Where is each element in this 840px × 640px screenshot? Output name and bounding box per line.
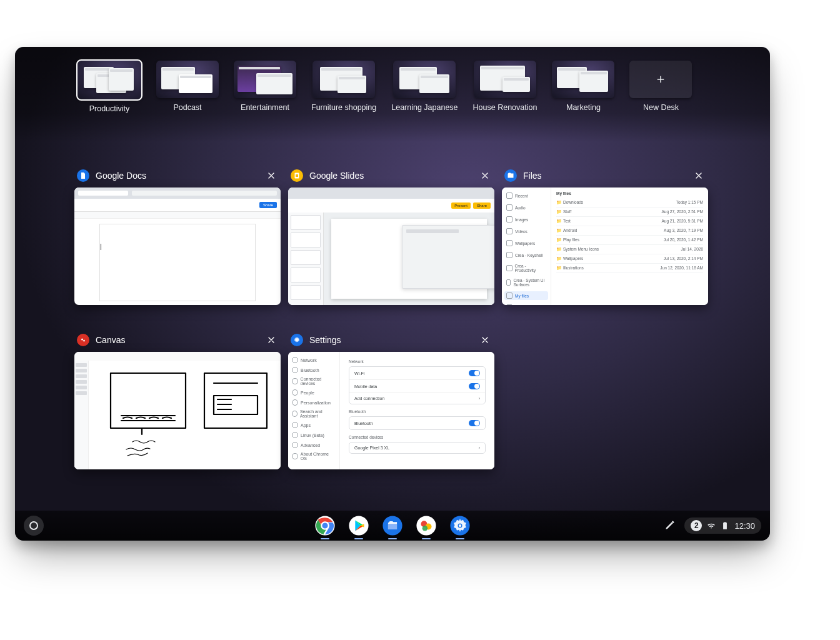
window-title: Canvas	[96, 335, 258, 345]
desk-renovation[interactable]: House Renovation	[473, 61, 538, 112]
overview-mode-screen: Productivity Podcast Entertainment	[15, 47, 770, 541]
launcher-icon	[29, 521, 38, 530]
desk-japanese[interactable]: Learning Japanese	[391, 61, 458, 112]
close-icon	[480, 171, 490, 181]
shelf: 2 12:30	[15, 511, 770, 541]
desk-thumbnail	[552, 61, 614, 98]
shelf-app-files[interactable]	[382, 515, 403, 536]
canvas-app-icon	[416, 515, 437, 536]
window-title: Google Slides	[309, 171, 472, 181]
desk-thumbnail	[474, 61, 536, 98]
desk-thumbnail	[393, 61, 456, 98]
desks-bar: Productivity Podcast Entertainment	[15, 47, 770, 142]
close-button[interactable]	[264, 333, 278, 347]
desk-podcast[interactable]: Podcast	[156, 61, 219, 112]
window-header: Google Slides	[288, 169, 494, 188]
svg-point-2	[81, 339, 83, 341]
settings-app-icon	[449, 515, 471, 536]
shelf-app-canvas[interactable]	[416, 515, 437, 536]
window-thumbnail-files[interactable]: Recent Audio Images Videos Wallpapers Cr…	[502, 188, 708, 305]
window-card-canvas: Canvas	[74, 333, 281, 469]
new-desk-label: New Desk	[643, 103, 679, 112]
stylus-button[interactable]	[664, 519, 676, 532]
window-card-settings: Settings Network Bluetooth Connected dev…	[288, 333, 494, 469]
window-title: Google Docs	[96, 171, 258, 181]
close-button[interactable]	[692, 169, 706, 182]
window-thumbnail-slides[interactable]: PresentShare	[288, 188, 494, 305]
desk-entertainment[interactable]: Entertainment	[234, 61, 296, 112]
play-store-icon	[348, 515, 369, 536]
desk-furniture[interactable]: Furniture shopping	[311, 61, 376, 112]
close-icon	[266, 171, 276, 181]
close-button[interactable]	[478, 169, 492, 182]
battery-icon	[721, 521, 729, 530]
window-card-slides: Google Slides PresentShare	[288, 169, 494, 305]
settings-icon	[291, 334, 303, 346]
desk-thumbnail	[312, 61, 375, 98]
desk-label: Furniture shopping	[311, 103, 376, 112]
window-title: Settings	[309, 335, 472, 345]
desk-label: Learning Japanese	[391, 103, 458, 112]
new-desk-thumbnail	[629, 61, 692, 98]
desk-label: Productivity	[89, 104, 130, 113]
stylus-icon	[664, 519, 676, 531]
shelf-apps	[314, 515, 471, 536]
window-thumbnail-canvas[interactable]	[74, 352, 281, 469]
close-icon	[480, 335, 490, 345]
window-thumbnail-settings[interactable]: Network Bluetooth Connected devices Peop…	[288, 352, 494, 469]
window-header: Google Docs	[74, 169, 281, 188]
files-sidebar: Recent Audio Images Videos Wallpapers Cr…	[502, 188, 551, 305]
desk-thumbnail	[234, 61, 296, 98]
clock: 12:30	[734, 521, 755, 531]
docs-icon	[77, 169, 89, 182]
close-icon	[694, 171, 704, 181]
window-header: Canvas	[74, 333, 281, 352]
window-header: Settings	[288, 333, 494, 352]
wifi-icon	[707, 521, 716, 530]
shelf-app-chrome[interactable]	[314, 515, 336, 536]
notification-count: 2	[691, 520, 702, 531]
window-card-files: Files Recent Audio Images Videos Wallpap…	[502, 169, 708, 305]
desk-thumbnail	[156, 61, 219, 98]
settings-sidebar: Network Bluetooth Connected devices Peop…	[288, 352, 340, 469]
svg-point-3	[83, 340, 85, 342]
files-app-icon	[382, 515, 403, 536]
plus-icon	[655, 74, 666, 85]
svg-point-13	[422, 526, 428, 531]
window-card-docs: Google Docs Share	[74, 169, 281, 305]
window-thumbnail-docs[interactable]: Share	[74, 188, 281, 305]
desk-thumbnail	[78, 61, 141, 99]
chrome-icon	[314, 515, 336, 536]
svg-rect-1	[296, 174, 298, 177]
window-header: Files	[502, 169, 708, 188]
shelf-app-play[interactable]	[348, 515, 369, 536]
desk-marketing[interactable]: Marketing	[552, 61, 614, 112]
canvas-icon	[77, 334, 89, 346]
window-title: Files	[523, 171, 686, 181]
status-area[interactable]: 2 12:30	[684, 518, 761, 534]
close-button[interactable]	[478, 333, 492, 347]
close-icon	[266, 335, 276, 345]
shelf-app-settings[interactable]	[449, 515, 471, 536]
slides-icon	[291, 169, 303, 182]
window-overview: Google Docs Share	[74, 169, 723, 469]
close-button[interactable]	[264, 169, 278, 182]
files-icon	[504, 169, 517, 182]
svg-point-17	[459, 524, 461, 527]
launcher-button[interactable]	[24, 516, 44, 536]
desk-label: Podcast	[173, 103, 201, 112]
desk-label: Marketing	[566, 103, 601, 112]
desk-productivity[interactable]: Productivity	[78, 61, 141, 113]
desk-label: Entertainment	[241, 103, 289, 112]
new-desk-button[interactable]: New Desk	[629, 61, 692, 112]
files-listing: My files DownloadsToday 1:15 PM StuffAug…	[551, 188, 708, 305]
desk-label: House Renovation	[473, 103, 538, 112]
